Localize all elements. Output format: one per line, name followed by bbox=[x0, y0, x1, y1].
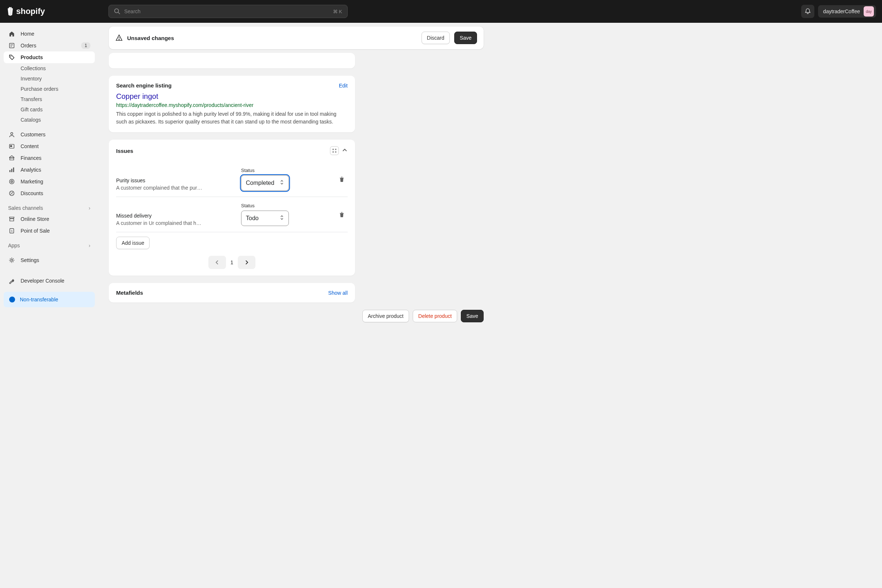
sidebar-sub-transfers[interactable]: Transfers bbox=[4, 94, 95, 104]
topbar-right: daytraderCoffee day bbox=[801, 5, 876, 18]
issues-title: Issues bbox=[116, 148, 134, 154]
svg-rect-28 bbox=[335, 149, 337, 150]
select-caret-icon bbox=[280, 214, 284, 222]
topbar: shopify ⌘ K daytraderCoffee day bbox=[0, 0, 882, 23]
section-label: Apps bbox=[8, 243, 20, 248]
tag-label: Non-transferable bbox=[20, 297, 58, 303]
save-button[interactable]: Save bbox=[454, 32, 477, 44]
issue-title: Purity issues bbox=[116, 177, 234, 183]
sidebar-item-settings[interactable]: Settings bbox=[4, 254, 95, 266]
add-issue-button[interactable]: Add issue bbox=[116, 237, 150, 249]
search-shortcut: ⌘ K bbox=[333, 9, 342, 14]
pager: 1 bbox=[116, 256, 348, 269]
sidebar-sub-inventory[interactable]: Inventory bbox=[4, 74, 95, 84]
sidebar-sub-collections[interactable]: Collections bbox=[4, 63, 95, 74]
sidebar-item-label: Orders bbox=[21, 43, 36, 48]
wrench-icon bbox=[8, 277, 15, 285]
metafields-card: Metafields Show all bbox=[109, 283, 355, 303]
content-icon bbox=[8, 142, 15, 150]
non-transferable-tag[interactable]: Non-transferable bbox=[4, 292, 95, 307]
select-caret-icon bbox=[280, 179, 284, 187]
sidebar-sub-catalogs[interactable]: Catalogs bbox=[4, 115, 95, 125]
chevron-right-icon: › bbox=[88, 205, 90, 211]
sidebar-item-home[interactable]: Home bbox=[4, 28, 95, 40]
sidebar-section-apps[interactable]: Apps › bbox=[4, 240, 95, 250]
app-block-button[interactable] bbox=[330, 146, 339, 155]
delete-product-button[interactable]: Delete product bbox=[413, 310, 457, 322]
brand-text: shopify bbox=[16, 7, 45, 16]
section-label: Sales channels bbox=[8, 205, 43, 211]
notifications-button[interactable] bbox=[801, 5, 814, 18]
search-box[interactable]: ⌘ K bbox=[108, 5, 348, 18]
sidebar-item-products[interactable]: Products bbox=[4, 51, 95, 63]
metafields-showall-link[interactable]: Show all bbox=[328, 290, 348, 296]
footer-actions: Archive product Delete product Save bbox=[109, 310, 484, 322]
sidebar-item-label: Point of Sale bbox=[21, 228, 50, 234]
svg-point-21 bbox=[10, 259, 12, 261]
svg-rect-3 bbox=[10, 45, 13, 45]
discard-button[interactable]: Discard bbox=[422, 32, 450, 44]
sidebar-item-label: Home bbox=[21, 31, 34, 37]
avatar: day bbox=[864, 6, 874, 16]
svg-rect-10 bbox=[11, 169, 12, 172]
status-select[interactable]: Todo bbox=[241, 211, 289, 226]
sidebar-item-marketing[interactable]: Marketing bbox=[4, 176, 95, 188]
svg-text:S: S bbox=[11, 230, 13, 232]
main: Unsaved changes Discard Save Search engi… bbox=[99, 23, 882, 337]
svg-rect-2 bbox=[9, 44, 14, 48]
archive-product-button[interactable]: Archive product bbox=[362, 310, 409, 322]
sidebar-item-label: Analytics bbox=[21, 167, 41, 173]
delete-issue-button[interactable] bbox=[336, 209, 348, 220]
sidebar-item-label: Online Store bbox=[21, 216, 49, 222]
store-chip[interactable]: daytraderCoffee day bbox=[818, 5, 876, 18]
warning-icon bbox=[116, 34, 123, 42]
delete-issue-button[interactable] bbox=[336, 174, 348, 185]
svg-rect-29 bbox=[333, 152, 334, 153]
chevron-right-icon bbox=[244, 260, 249, 265]
previous-card-stub bbox=[109, 53, 355, 68]
bell-icon bbox=[804, 8, 811, 15]
sidebar-item-finances[interactable]: Finances bbox=[4, 152, 95, 164]
sidebar-item-point-of-sale[interactable]: S Point of Sale bbox=[4, 225, 95, 237]
sidebar-item-developer-console[interactable]: Developer Console bbox=[4, 275, 95, 286]
store-icon bbox=[8, 215, 15, 223]
sidebar-item-discounts[interactable]: Discounts bbox=[4, 188, 95, 199]
pager-prev-button[interactable] bbox=[208, 256, 226, 269]
customers-icon bbox=[8, 131, 15, 138]
seo-url: https://daytradercoffee.myshopify.com/pr… bbox=[116, 102, 348, 108]
sidebar-item-orders[interactable]: Orders 1 bbox=[4, 40, 95, 51]
svg-point-6 bbox=[10, 132, 13, 135]
sidebar-item-analytics[interactable]: Analytics bbox=[4, 164, 95, 176]
sidebar-section-sales-channels[interactable]: Sales channels › bbox=[4, 203, 95, 213]
sidebar-item-customers[interactable]: Customers bbox=[4, 129, 95, 140]
sidebar-sub-gift-cards[interactable]: Gift cards bbox=[4, 104, 95, 115]
sidebar-item-online-store[interactable]: Online Store bbox=[4, 213, 95, 225]
search-input[interactable] bbox=[124, 9, 329, 14]
status-select[interactable]: Completed bbox=[241, 175, 289, 191]
footer-save-button[interactable]: Save bbox=[461, 310, 484, 322]
collapse-button[interactable] bbox=[342, 147, 348, 154]
svg-point-26 bbox=[119, 39, 119, 40]
seo-title: Copper ingot bbox=[116, 92, 348, 101]
svg-rect-4 bbox=[10, 46, 12, 46]
marketing-icon bbox=[8, 178, 15, 185]
issue-row: Purity issues A customer complained that… bbox=[116, 162, 348, 197]
unsaved-changes-bar: Unsaved changes Discard Save bbox=[109, 27, 484, 49]
svg-point-24 bbox=[12, 298, 12, 298]
orders-badge: 1 bbox=[81, 42, 90, 49]
sidebar-item-content[interactable]: Content bbox=[4, 140, 95, 152]
issue-desc: A customer complained that the pur… bbox=[116, 185, 234, 191]
grid-icon bbox=[332, 148, 337, 153]
chevron-up-icon bbox=[342, 147, 348, 153]
sidebar-item-label: Discounts bbox=[21, 190, 43, 196]
metafields-title: Metafields bbox=[116, 290, 143, 296]
issue-row: Missed delivery A customer in Ur complai… bbox=[116, 197, 348, 232]
orders-icon bbox=[8, 42, 15, 49]
status-value: Todo bbox=[246, 215, 259, 222]
sidebar-sub-purchase-orders[interactable]: Purchase orders bbox=[4, 84, 95, 94]
issue-title: Missed delivery bbox=[116, 213, 234, 219]
seo-edit-link[interactable]: Edit bbox=[339, 82, 348, 88]
status-label: Status bbox=[241, 168, 289, 173]
pager-next-button[interactable] bbox=[238, 256, 255, 269]
sidebar-item-label: Finances bbox=[21, 155, 42, 161]
